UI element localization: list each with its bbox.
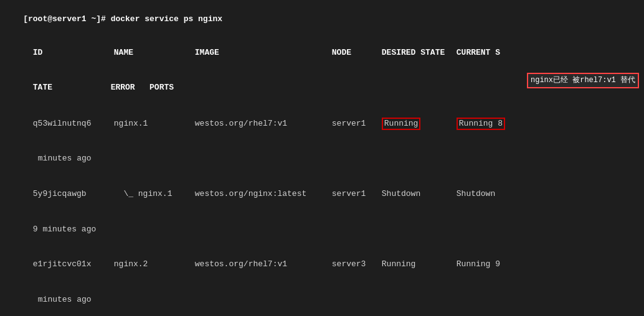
table-row-time: minutes ago (4, 142, 640, 177)
table-header-1: IDNAMEIMAGENODEDESIRED STATECURRENT S (4, 35, 640, 71)
prompt: [root@server1 ~]# docker service ps ngin… (23, 14, 222, 24)
annotation-bubble: nginx已经 被rhel7:v1 替代 (527, 73, 639, 88)
table-row: q53wilnutnq6nginx.1westos.org/rhel7:v1se… (4, 106, 640, 142)
desired-state-badge: Running (382, 118, 421, 130)
terminal-output: IDNAMEIMAGENODEDESIRED STATECURRENT S TA… (4, 35, 640, 316)
table-row: e1rjitcvc01xnginx.2westos.org/rhel7:v1se… (4, 247, 640, 282)
current-state-badge: Running 8 (457, 118, 505, 130)
table-row-time: minutes ago (4, 282, 640, 316)
terminal-window: [root@server1 ~]# docker service ps ngin… (0, 0, 644, 316)
table-row-time: 9 minutes ago (4, 212, 640, 248)
command-line: [root@server1 ~]# docker service ps ngin… (4, 5, 640, 33)
table-row: 5y9jicqawgb \_ nginx.1westos.org/nginx:l… (4, 177, 640, 212)
